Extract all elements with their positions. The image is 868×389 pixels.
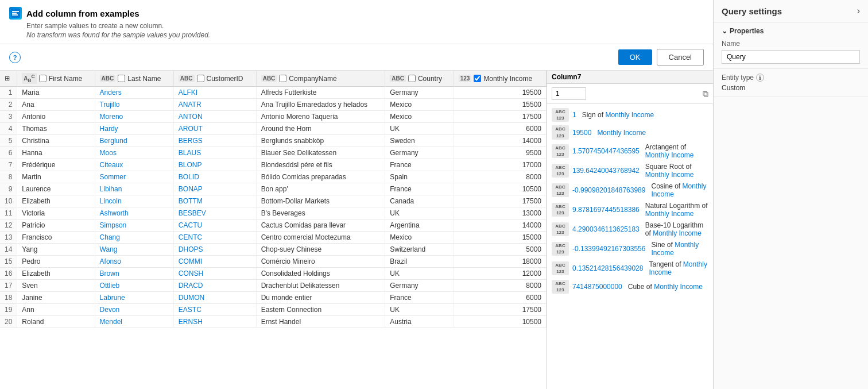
cell-last-name[interactable]: Mendel: [95, 316, 173, 328]
cell-country: Switzerland: [385, 244, 454, 256]
suggestion-label: Cube of Monthly Income: [628, 283, 703, 291]
cell-company-name: Blauer See Delikatessen: [256, 147, 385, 159]
type-icon-firstname: ABC: [22, 73, 36, 84]
col-header-country: ABC Country: [385, 71, 454, 87]
cell-customer-id[interactable]: DRACD: [173, 280, 256, 292]
cell-customer-id[interactable]: ERNSH: [173, 316, 256, 328]
row-num: 14: [0, 244, 17, 256]
cell-last-name[interactable]: Simpson: [95, 219, 173, 232]
row-num: 19: [0, 304, 17, 316]
cell-last-name[interactable]: Chang: [95, 232, 173, 244]
cell-customer-id[interactable]: BONAP: [173, 183, 256, 195]
cell-customer-id[interactable]: ANATR: [173, 99, 256, 111]
table-row: 1 Maria Anders ALFKI Alfreds Futterkiste…: [0, 87, 547, 99]
checkbox-first-name[interactable]: [39, 75, 46, 82]
cell-country: Sweden: [385, 135, 454, 147]
col-header-first-name: ABC First Name: [17, 71, 95, 87]
suggestion-item[interactable]: ABC 123 4.2900346113625183 Base-10 Logar…: [547, 219, 713, 239]
cell-monthly-income: 8000: [454, 171, 546, 183]
entity-type-help-icon[interactable]: ℹ: [756, 74, 764, 82]
suggestion-item[interactable]: ABC 123 -0.99098201848763989 Cosine of M…: [547, 180, 713, 200]
table-row: 9 Laurence Libihan BONAP Bon app' France…: [0, 183, 547, 195]
column7-input[interactable]: [552, 87, 586, 100]
cell-last-name[interactable]: Trujillo: [95, 99, 173, 111]
suggestion-value: 19500: [572, 129, 591, 137]
row-num: 6: [0, 147, 17, 159]
cell-customer-id[interactable]: CACTU: [173, 219, 256, 232]
suggestion-item[interactable]: ABC 123 139.64240043768942 Square Root o…: [547, 161, 713, 180]
cell-last-name[interactable]: Ottlieb: [95, 280, 173, 292]
suggestion-item[interactable]: ABC 123 7414875000000 Cube of Monthly In…: [547, 278, 713, 295]
cell-customer-id[interactable]: BLAUS: [173, 147, 256, 159]
cell-customer-id[interactable]: BERGS: [173, 135, 256, 147]
cell-monthly-income: 14000: [454, 135, 546, 147]
row-num: 15: [0, 256, 17, 268]
sidebar-collapse-button[interactable]: ›: [857, 6, 860, 16]
cell-company-name: Berglunds snabbköp: [256, 135, 385, 147]
suggestion-item[interactable]: ABC 123 1 Sign of Monthly Income: [547, 106, 713, 124]
cell-last-name[interactable]: Lincoln: [95, 195, 173, 207]
cell-country: France: [385, 159, 454, 171]
cell-company-name: Comércio Mineiro: [256, 256, 385, 268]
copy-icon[interactable]: ⧉: [703, 89, 708, 99]
suggestion-label: Monthly Income: [597, 129, 646, 137]
cell-last-name[interactable]: Afonso: [95, 256, 173, 268]
cell-customer-id[interactable]: CENTC: [173, 232, 256, 244]
cell-customer-id[interactable]: EASTC: [173, 304, 256, 316]
cell-last-name[interactable]: Libihan: [95, 183, 173, 195]
table-row: 12 Patricio Simpson CACTU Cactus Comidas…: [0, 219, 547, 232]
cell-last-name[interactable]: Wang: [95, 244, 173, 256]
column7-header: Column7: [547, 71, 713, 84]
cell-customer-id[interactable]: ANTON: [173, 111, 256, 123]
cell-customer-id[interactable]: BOTTM: [173, 195, 256, 207]
cell-last-name[interactable]: Devon: [95, 304, 173, 316]
cell-customer-id[interactable]: BLONP: [173, 159, 256, 171]
dialog-icon: [9, 7, 22, 20]
checkbox-country[interactable]: [408, 75, 416, 82]
cell-customer-id[interactable]: DUMON: [173, 292, 256, 304]
suggestion-item[interactable]: ABC 123 9.8781697445518386 Natural Logar…: [547, 200, 713, 219]
cell-customer-id[interactable]: DHOPS: [173, 244, 256, 256]
row-num: 4: [0, 123, 17, 135]
cell-last-name[interactable]: Anders: [95, 87, 173, 99]
cancel-button[interactable]: Cancel: [657, 49, 704, 66]
cell-country: France: [385, 183, 454, 195]
col-header-company-name: ABC CompanyName: [256, 71, 385, 87]
col-header-row-num: ⊞: [0, 71, 17, 87]
suggestions-list: ABC 123 1 Sign of Monthly Income ABC 123…: [547, 104, 713, 298]
cell-last-name[interactable]: Citeaux: [95, 159, 173, 171]
cell-last-name[interactable]: Labrune: [95, 292, 173, 304]
cell-last-name[interactable]: Berglund: [95, 135, 173, 147]
suggestion-item[interactable]: ABC 123 19500 Monthly Income: [547, 124, 713, 141]
checkbox-customer-id[interactable]: [197, 75, 204, 82]
cell-last-name[interactable]: Hardy: [95, 123, 173, 135]
suggestion-value: 9.8781697445518386: [572, 206, 640, 214]
cell-customer-id[interactable]: BOLID: [173, 171, 256, 183]
cell-customer-id[interactable]: CONSH: [173, 268, 256, 280]
suggestion-item[interactable]: ABC 123 1.5707450447436595 Arctangent of…: [547, 141, 713, 161]
sidebar-title-row: Query settings ›: [714, 0, 868, 22]
suggestion-item[interactable]: ABC 123 -0.13399492167303556 Sine of Mon…: [547, 239, 713, 259]
cell-last-name[interactable]: Moreno: [95, 111, 173, 123]
help-icon[interactable]: ?: [9, 52, 21, 63]
cell-customer-id[interactable]: AROUT: [173, 123, 256, 135]
cell-company-name: Ernst Handel: [256, 316, 385, 328]
cell-last-name[interactable]: Moos: [95, 147, 173, 159]
checkbox-last-name[interactable]: [118, 75, 125, 82]
name-input[interactable]: [722, 50, 860, 64]
cell-country: UK: [385, 207, 454, 219]
cell-customer-id[interactable]: COMMI: [173, 256, 256, 268]
checkbox-company-name[interactable]: [279, 75, 286, 82]
suggestion-type-icon: ABC 123: [552, 222, 569, 236]
cell-country: Mexico: [385, 99, 454, 111]
ok-button[interactable]: OK: [618, 49, 652, 65]
cell-last-name[interactable]: Sommer: [95, 171, 173, 183]
suggestion-item[interactable]: ABC 123 0.13521428156439028 Tangent of M…: [547, 259, 713, 278]
checkbox-monthly-income[interactable]: [474, 75, 481, 82]
cell-country: Argentina: [385, 219, 454, 232]
cell-last-name[interactable]: Brown: [95, 268, 173, 280]
cell-customer-id[interactable]: ALFKI: [173, 87, 256, 99]
table-row: 4 Thomas Hardy AROUT Around the Horn UK …: [0, 123, 547, 135]
cell-last-name[interactable]: Ashworth: [95, 207, 173, 219]
cell-customer-id[interactable]: BESBEV: [173, 207, 256, 219]
